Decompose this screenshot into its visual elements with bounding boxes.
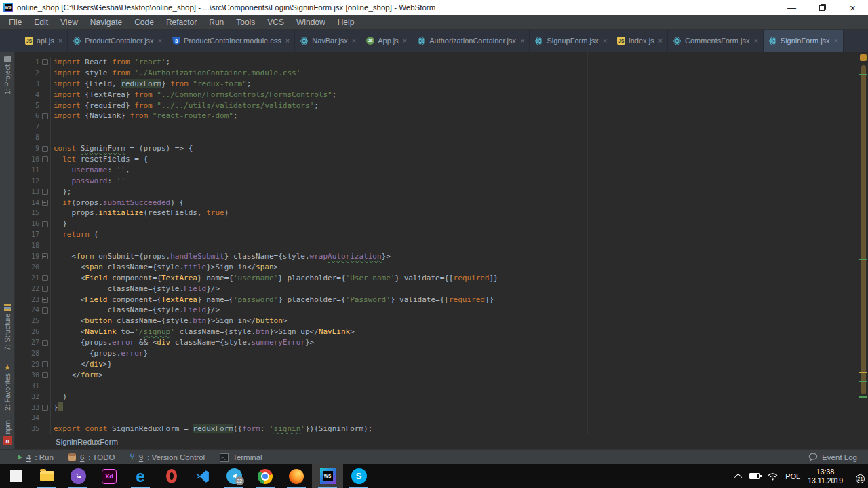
code-line-27[interactable]: 27− {props.error && <div className={styl…: [15, 337, 859, 348]
code-line-28[interactable]: 28 {props.error}: [15, 348, 859, 359]
minimize-button[interactable]: —: [776, 0, 807, 15]
code-line-19[interactable]: 19− <form onSubmit={props.handleSubmit} …: [15, 251, 859, 262]
fold-collapse-icon[interactable]: −: [42, 275, 48, 281]
menu-vcs[interactable]: VCS: [261, 18, 290, 27]
code-line-6[interactable]: 6import {NavLink} from "react-router-dom…: [15, 111, 859, 121]
menu-tools[interactable]: Tools: [230, 18, 261, 27]
taskbar-explorer[interactable]: [31, 464, 62, 488]
code-line-1[interactable]: 1−import React from 'react';: [15, 57, 859, 68]
battery-icon[interactable]: [749, 473, 760, 479]
code-line-20[interactable]: 20 <span className={style.title}>Sign in…: [15, 262, 859, 273]
taskbar-firefox[interactable]: [281, 464, 312, 488]
fold-collapse-icon[interactable]: −: [42, 156, 48, 162]
tab-App.js[interactable]: JSApp.js×: [361, 30, 412, 52]
code-line-34[interactable]: 34: [15, 413, 859, 424]
taskbar-viber[interactable]: [62, 464, 94, 488]
menu-edit[interactable]: Edit: [28, 18, 54, 27]
clock[interactable]: 13:3813.11.2019: [808, 468, 843, 485]
tab-close-icon[interactable]: ×: [285, 37, 290, 45]
restore-button[interactable]: [807, 0, 837, 15]
fold-end-icon[interactable]: [42, 221, 48, 227]
code-line-31[interactable]: 31: [15, 381, 859, 392]
menu-help[interactable]: Help: [332, 18, 361, 27]
fold-collapse-icon[interactable]: −: [42, 200, 48, 206]
code-line-7[interactable]: 7: [15, 121, 859, 132]
keyboard-language[interactable]: POL: [785, 472, 800, 481]
fold-end-icon[interactable]: [42, 361, 48, 367]
tab-close-icon[interactable]: ×: [58, 37, 62, 45]
fold-end-icon[interactable]: [42, 405, 48, 411]
menu-window[interactable]: Window: [290, 18, 332, 27]
code-line-8[interactable]: 8: [15, 132, 859, 143]
code-line-30[interactable]: 30 </form>: [15, 370, 859, 381]
event-log-button[interactable]: Event Log: [808, 453, 857, 462]
taskbar-vscode[interactable]: [187, 464, 218, 488]
taskbar-skype[interactable]: S: [343, 464, 374, 488]
tab-index.js[interactable]: JSindex.js×: [612, 30, 668, 52]
fold-collapse-icon[interactable]: −: [42, 59, 48, 65]
menu-refactor[interactable]: Refactor: [160, 18, 203, 27]
fold-end-icon[interactable]: [42, 372, 48, 378]
tool-window-run[interactable]: 4Run: [18, 453, 54, 462]
error-stripe-scrollbar[interactable]: [859, 52, 868, 434]
code-line-18[interactable]: 18: [15, 240, 859, 251]
fold-end-icon[interactable]: [42, 113, 48, 119]
menu-view[interactable]: View: [54, 18, 84, 27]
code-line-4[interactable]: 4import {TextArea} from "../Common/Forms…: [15, 90, 859, 100]
tab-close-icon[interactable]: ×: [352, 37, 356, 45]
tool-window-terminal[interactable]: >_ Terminal: [220, 453, 262, 462]
tray-expand-icon[interactable]: [734, 473, 742, 481]
code-line-13[interactable]: 13 };: [15, 187, 859, 198]
menu-file[interactable]: File: [3, 18, 28, 27]
code-line-10[interactable]: 10− let resetFields = {: [15, 154, 859, 165]
tool-button-project[interactable]: 1: Project: [0, 56, 15, 94]
fold-end-icon[interactable]: [42, 307, 48, 314]
code-line-26[interactable]: 26 <NavLink to='/signup' className={styl…: [15, 326, 859, 337]
taskbar-chrome[interactable]: [250, 464, 281, 488]
code-line-2[interactable]: 2import style from './AuthorizationConta…: [15, 68, 859, 79]
tool-window-todo[interactable]: 6TODO: [68, 453, 115, 462]
taskbar-telegram[interactable]: 22: [218, 464, 250, 488]
tool-button-structure[interactable]: 7: Structure: [0, 304, 15, 350]
code-line-24[interactable]: 24 className={style.Field}/>: [15, 305, 859, 316]
fold-end-icon[interactable]: [42, 286, 48, 292]
tab-close-icon[interactable]: ×: [520, 37, 524, 45]
fold-collapse-icon[interactable]: −: [42, 340, 48, 346]
code-line-16[interactable]: 16 }: [15, 219, 859, 229]
menu-navigate[interactable]: Navigate: [84, 18, 128, 27]
tab-ProductContainer.jsx[interactable]: ProductContainer.jsx×: [68, 30, 167, 52]
taskbar-opera[interactable]: [156, 464, 187, 488]
tab-api.js[interactable]: JSapi.js×: [20, 30, 68, 52]
code-line-33[interactable]: 33}: [15, 402, 859, 413]
tab-close-icon[interactable]: ×: [403, 37, 407, 45]
tab-close-icon[interactable]: ×: [658, 37, 663, 45]
fold-collapse-icon[interactable]: −: [42, 146, 48, 152]
code-line-35[interactable]: 35export const SigninReduxForm = reduxFo…: [15, 424, 859, 434]
tab-SigninForm.jsx[interactable]: SigninForm.jsx×: [764, 30, 844, 52]
scrollbar-thumb[interactable]: [861, 65, 866, 394]
code-line-29[interactable]: 29 </div>}: [15, 359, 859, 370]
taskbar-edge[interactable]: e: [125, 464, 156, 488]
tab-ProductContainer.module.css[interactable]: 3ProductContainer.module.css×: [167, 30, 295, 52]
tool-window-version-control[interactable]: ⑂ 9Version Control: [130, 453, 205, 462]
wifi-icon[interactable]: [768, 472, 778, 481]
fold-end-icon[interactable]: [42, 189, 48, 195]
tool-button-favorites[interactable]: ★ 2: Favorites: [0, 364, 15, 411]
code-line-25[interactable]: 25 <button className={style.btn}>Sign in…: [15, 316, 859, 326]
code-line-3[interactable]: 3import {Field, reduxForm} from "redux-f…: [15, 79, 859, 90]
fold-collapse-icon[interactable]: −: [42, 253, 48, 259]
code-line-21[interactable]: 21− <Field component={TextArea} name={'u…: [15, 273, 859, 284]
code-line-17[interactable]: 17 return (: [15, 229, 859, 240]
tab-close-icon[interactable]: ×: [834, 37, 838, 45]
tab-SignupForm.jsx[interactable]: SignupForm.jsx×: [530, 30, 612, 52]
code-line-11[interactable]: 11 username: '',: [15, 165, 859, 176]
tab-close-icon[interactable]: ×: [753, 37, 757, 45]
taskbar-webstorm[interactable]: WS: [312, 464, 343, 488]
breadcrumb[interactable]: SigninReduxForm: [15, 434, 868, 449]
action-center-button[interactable]: 21: [850, 471, 863, 482]
code-line-14[interactable]: 14− if(props.submitSucceeded) {: [15, 198, 859, 208]
tab-close-icon[interactable]: ×: [603, 37, 607, 45]
taskbar-adobe-xd[interactable]: Xd: [94, 464, 125, 488]
code-line-12[interactable]: 12 password: '': [15, 176, 859, 187]
tab-AuthorizationContainer.jsx[interactable]: AuthorizationContainer.jsx×: [412, 30, 530, 52]
